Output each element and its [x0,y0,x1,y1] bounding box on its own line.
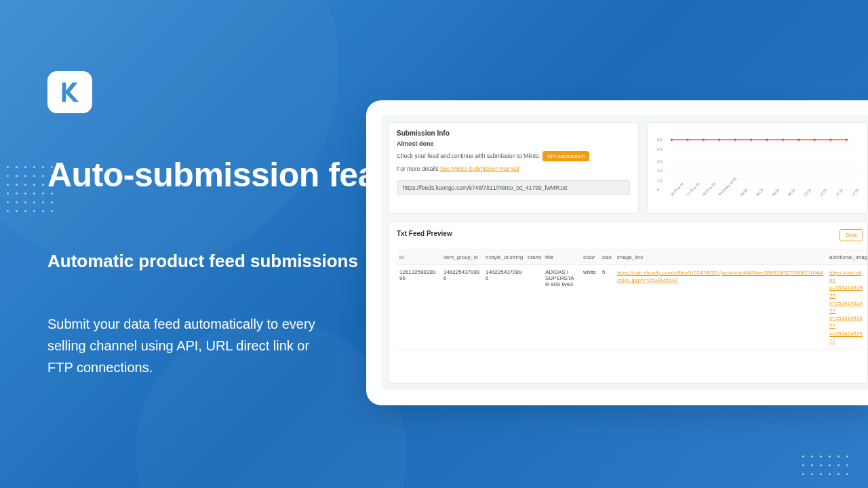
col-item-group: item_group_id [441,250,483,265]
cell-image-link: https://cdn.shopify.com/s/files/1/0247/8… [614,265,827,350]
feed-preview-card: Txt Feed Preview Dow id item_group_id c:… [388,222,868,384]
additional-link[interactable]: v=1534145197? [829,284,865,299]
cell-brand [525,265,542,350]
svg-text:10:04: 10:04 [803,188,812,197]
svg-point-13 [686,139,688,141]
hero-body: Submit your data feed automatically to e… [47,313,332,378]
col-brand: brand [525,250,542,265]
svg-point-14 [703,139,705,141]
col-size: size [599,250,614,265]
svg-text:1.0: 1.0 [657,178,663,182]
svg-text:03:05: 03:05 [739,188,748,197]
svg-text:0: 0 [657,188,659,192]
brand-logo [47,71,92,113]
svg-point-16 [734,139,736,141]
preview-title: Txt Feed Preview [397,230,452,237]
svg-point-21 [814,139,816,141]
cell-size: 5 [599,265,614,350]
cell-additional-images: https://cdn.shop v=1534145197? v=1534145… [827,265,867,350]
submission-details-text: For more details See Miinto Submission M… [397,165,630,172]
col-additional: additional_imag [827,250,867,265]
cell-id: 12613258838096 [397,265,441,350]
svg-text:18.03 at 03: 18.03 at 03 [701,182,717,197]
col-color: color [580,250,599,265]
submission-info-card: Submission Info Almost done Check your f… [388,122,639,214]
svg-point-12 [671,139,673,141]
app-mockup-frame: Submission Info Almost done Check your f… [366,100,868,405]
api-submission-button[interactable]: API submission [542,151,589,161]
svg-text:11:04: 11:04 [818,188,827,197]
svg-point-15 [718,139,720,141]
svg-point-20 [797,139,800,141]
svg-text:4.6: 4.6 [657,147,663,151]
svg-text:05:06: 05:06 [755,188,764,197]
download-button[interactable]: Dow [840,229,863,241]
feed-preview-table: id item_group_id c:style_id:string brand… [397,249,867,350]
svg-text:09:34: 09:34 [787,188,795,197]
cell-item-group: 1462254370896 [441,265,483,350]
additional-link[interactable]: v=1534145197? [829,314,865,329]
additional-link[interactable]: https://cdn.shop [829,269,865,284]
svg-point-22 [829,139,831,141]
col-title: title [542,250,580,265]
svg-text:2.0: 2.0 [657,169,663,173]
svg-text:09:04: 09:04 [771,188,780,197]
svg-point-17 [750,139,752,141]
hero-subhead: Automatic product feed submissions [47,250,358,273]
svg-text:Yesterday 03:05: Yesterday 03:05 [717,176,737,197]
manual-link[interactable]: See Miinto Submission Manual [440,165,519,172]
svg-point-19 [782,139,784,141]
table-header-row: id item_group_id c:style_id:string brand… [397,250,867,265]
decorative-dots-right [802,455,851,478]
svg-text:16.03 at 13: 16.03 at 13 [669,182,685,197]
additional-link[interactable]: v=1534145197? [829,300,865,314]
svg-text:12:05: 12:05 [850,188,859,197]
svg-text:11:34: 11:34 [835,188,844,197]
k-logo-icon [57,79,83,105]
submission-title: Submission Info [397,129,630,137]
svg-text:17.03 at 02: 17.03 at 02 [685,182,701,197]
additional-link[interactable]: v=1534145197? [829,330,865,345]
col-id: id [397,250,441,265]
feed-url-input[interactable] [397,180,630,195]
submission-check-text: Check your feed and continue with submis… [397,151,630,161]
metrics-chart-card: 5.0 4.6 3.0 2.0 1.0 0 [647,122,868,214]
cell-title: ADIDAS I SUPERSTAR 80S live3 [542,265,580,350]
svg-point-23 [846,139,848,141]
submission-status: Almost done [397,140,630,147]
col-style-id: c:style_id:string [483,250,525,265]
svg-text:5.0: 5.0 [657,138,663,142]
cell-style-id: 1462254370896 [483,265,525,350]
col-image-link: image_link [614,250,827,265]
svg-point-18 [766,139,768,141]
cell-color: white [580,265,599,350]
line-chart: 5.0 4.6 3.0 2.0 1.0 0 [656,129,859,206]
image-link[interactable]: https://cdn.shopify.com/s/files/1/0247/8… [617,269,824,284]
table-row: 12613258838096 1462254370896 14622543708… [397,265,867,350]
svg-text:3.0: 3.0 [657,159,663,163]
